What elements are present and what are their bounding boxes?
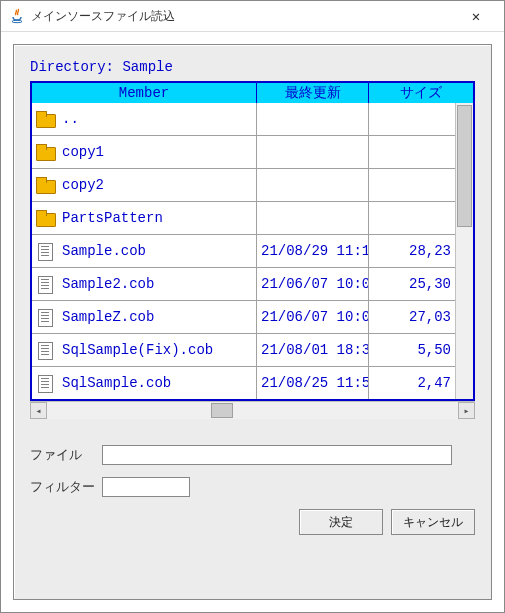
horizontal-scrollbar[interactable]: ◂ ▸ [30, 401, 475, 419]
cell-date [257, 103, 369, 136]
column-header-date[interactable]: 最終更新 [257, 83, 369, 103]
file-icon [36, 276, 56, 292]
directory-value: Sample [122, 59, 172, 75]
cell-size [369, 169, 455, 202]
button-row: 決定 キャンセル [30, 509, 475, 535]
cell-size: 2,47 [369, 367, 455, 399]
cell-date: 21/06/07 10:00 [257, 268, 369, 301]
form-area: ファイル フィルター 決定 キャンセル [30, 445, 475, 535]
window-title: メインソースファイル読込 [31, 8, 456, 25]
table-row[interactable]: Sample2.cob21/06/07 10:0025,30 [32, 268, 455, 301]
cell-date: 21/08/29 11:15 [257, 235, 369, 268]
main-panel: Directory: Sample Member 最終更新 サイズ ..copy… [13, 44, 492, 600]
table-body: ..copy1copy2PartsPatternSample.cob21/08/… [32, 103, 473, 399]
dialog-window: メインソースファイル読込 ✕ Directory: Sample Member … [0, 0, 505, 613]
cell-member: SampleZ.cob [32, 301, 257, 334]
file-name: SqlSample.cob [62, 375, 171, 391]
cell-date: 21/06/07 10:01 [257, 301, 369, 334]
filter-input[interactable] [102, 477, 190, 497]
directory-prefix: Directory: [30, 59, 122, 75]
close-icon: ✕ [472, 8, 480, 24]
cell-member: SqlSample(Fix).cob [32, 334, 257, 367]
table-row[interactable]: SqlSample.cob21/08/25 11:552,47 [32, 367, 455, 399]
column-header-member[interactable]: Member [32, 83, 257, 103]
file-name: Sample2.cob [62, 276, 154, 292]
vertical-scrollbar[interactable] [455, 103, 473, 399]
cell-size: 28,23 [369, 235, 455, 268]
vertical-scroll-thumb[interactable] [457, 105, 472, 227]
cell-member: Sample2.cob [32, 268, 257, 301]
scroll-left-arrow-icon[interactable]: ◂ [30, 402, 47, 419]
file-name: Sample.cob [62, 243, 146, 259]
scroll-right-arrow-icon[interactable]: ▸ [458, 402, 475, 419]
folder-icon [36, 144, 56, 160]
column-header-size[interactable]: サイズ [369, 83, 473, 103]
cancel-button[interactable]: キャンセル [391, 509, 475, 535]
file-name: SampleZ.cob [62, 309, 154, 325]
file-name: PartsPattern [62, 210, 163, 226]
folder-icon [36, 210, 56, 226]
file-icon [36, 342, 56, 358]
table-row[interactable]: SqlSample(Fix).cob21/08/01 18:345,50 [32, 334, 455, 367]
cell-date: 21/08/25 11:55 [257, 367, 369, 399]
folder-icon [36, 177, 56, 193]
cell-date [257, 169, 369, 202]
java-icon [9, 8, 25, 24]
cell-size: 27,03 [369, 301, 455, 334]
cell-size [369, 136, 455, 169]
file-input[interactable] [102, 445, 452, 465]
table-row[interactable]: SampleZ.cob21/06/07 10:0127,03 [32, 301, 455, 334]
cell-member: Sample.cob [32, 235, 257, 268]
horizontal-scroll-track[interactable] [47, 402, 458, 419]
cell-member: copy2 [32, 169, 257, 202]
client-area: Directory: Sample Member 最終更新 サイズ ..copy… [1, 32, 504, 612]
cell-date: 21/08/01 18:34 [257, 334, 369, 367]
table-row[interactable]: copy1 [32, 136, 455, 169]
file-icon [36, 375, 56, 391]
titlebar: メインソースファイル読込 ✕ [1, 1, 504, 32]
table-row[interactable]: PartsPattern [32, 202, 455, 235]
file-icon [36, 309, 56, 325]
file-name: copy1 [62, 144, 104, 160]
file-row: ファイル [30, 445, 475, 465]
file-name: .. [62, 111, 79, 127]
file-table: Member 最終更新 サイズ ..copy1copy2PartsPattern… [30, 81, 475, 401]
ok-button[interactable]: 決定 [299, 509, 383, 535]
table-row[interactable]: copy2 [32, 169, 455, 202]
svg-point-0 [12, 20, 22, 22]
file-name: SqlSample(Fix).cob [62, 342, 213, 358]
folder-icon [36, 111, 56, 127]
cell-size: 5,50 [369, 334, 455, 367]
close-button[interactable]: ✕ [456, 2, 496, 30]
cell-size [369, 202, 455, 235]
table-row[interactable]: Sample.cob21/08/29 11:1528,23 [32, 235, 455, 268]
table-row[interactable]: .. [32, 103, 455, 136]
cell-member: SqlSample.cob [32, 367, 257, 399]
cell-size: 25,30 [369, 268, 455, 301]
cell-member: copy1 [32, 136, 257, 169]
filter-row: フィルター [30, 477, 475, 497]
cell-member: PartsPattern [32, 202, 257, 235]
cell-member: .. [32, 103, 257, 136]
file-icon [36, 243, 56, 259]
filter-label: フィルター [30, 478, 102, 496]
cell-date [257, 136, 369, 169]
directory-label: Directory: Sample [30, 59, 475, 75]
file-label: ファイル [30, 446, 102, 464]
cell-date [257, 202, 369, 235]
table-header: Member 最終更新 サイズ [32, 83, 473, 103]
cell-size [369, 103, 455, 136]
file-name: copy2 [62, 177, 104, 193]
horizontal-scroll-thumb[interactable] [211, 403, 233, 418]
